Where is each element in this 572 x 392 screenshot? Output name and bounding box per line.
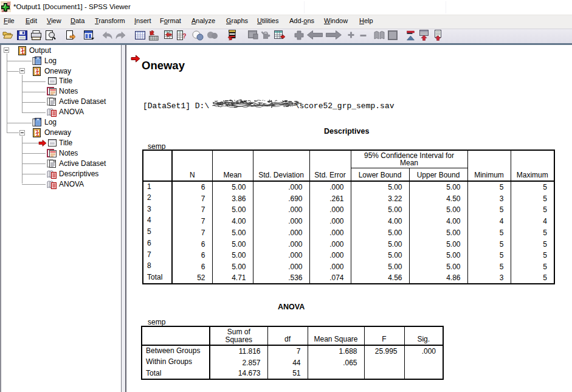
svg-text:?: ? <box>182 32 186 40</box>
